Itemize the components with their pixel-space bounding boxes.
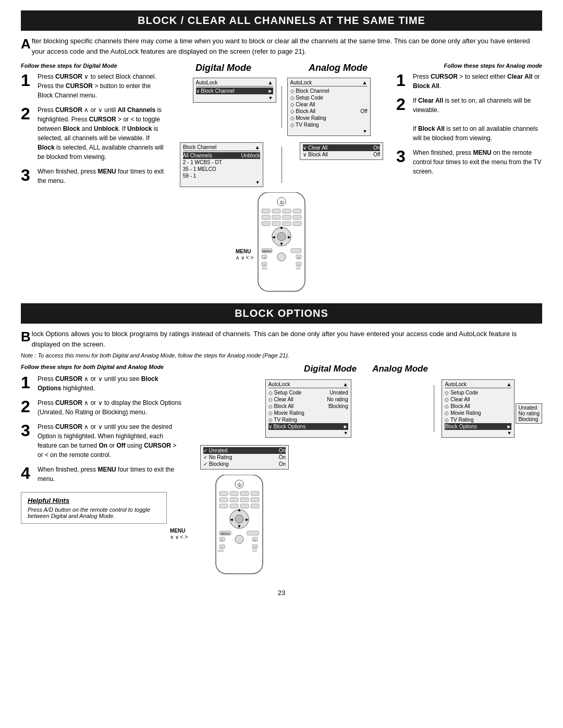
svg-text:VOL: VOL bbox=[218, 549, 225, 552]
digital-step-3: 3 When finished, press MENU four times t… bbox=[21, 167, 167, 186]
svg-rect-40 bbox=[240, 491, 249, 496]
analog-step-2: 2 If Clear All is set to on, all channel… bbox=[396, 96, 542, 143]
svg-text:►: ► bbox=[287, 235, 292, 240]
analog-screen1: AutoLock▲ ◇ Block Channel ◇ Setup Code ◇… bbox=[287, 78, 371, 136]
analog-step-num-1: 1 bbox=[396, 72, 409, 89]
svg-rect-23 bbox=[291, 249, 301, 253]
svg-rect-49 bbox=[251, 504, 259, 508]
remote-control-area: MENU ∧ ∨ < > ⏻ bbox=[235, 192, 328, 298]
block-options-step-3: 3 Press CURSOR ∧ or ∨ until you see the … bbox=[21, 422, 182, 460]
section1-header: BLOCK / CLEAR ALL CHANNELS AT THE SAME T… bbox=[21, 10, 542, 31]
svg-rect-45 bbox=[251, 498, 259, 502]
svg-rect-9 bbox=[283, 215, 291, 219]
svg-rect-58 bbox=[247, 531, 259, 535]
bo-options-screen: ✓ UnratedOn ✓ No RatingOn ✓ BlockingOn bbox=[200, 443, 289, 472]
cursor-nav-top: ∧ ∨ < > bbox=[236, 255, 253, 261]
remote-svg: ⏻ ▲ ▼ ◄ bbox=[235, 192, 328, 297]
digital-screen1: AutoLock▲ ∨ Block Channel► ▼ bbox=[193, 78, 276, 103]
svg-point-26 bbox=[277, 253, 286, 261]
svg-text:+: + bbox=[263, 256, 265, 259]
svg-rect-6 bbox=[293, 209, 301, 213]
step-num-1: 1 bbox=[21, 72, 33, 89]
analog-step-text-2: If Clear All is set to on, all channels … bbox=[413, 96, 542, 143]
svg-rect-46 bbox=[219, 504, 228, 508]
svg-rect-3 bbox=[262, 209, 270, 213]
analog-step-text-1: Press CURSOR > to select either Clear Al… bbox=[413, 72, 542, 91]
analog-mode-col: Follow these steps for Analog mode 1 Pre… bbox=[396, 63, 542, 298]
svg-rect-7 bbox=[262, 215, 270, 219]
bo-step-text-3: Press CURSOR ∧ or ∨ until you see the de… bbox=[38, 422, 182, 460]
svg-rect-43 bbox=[230, 498, 238, 502]
svg-rect-5 bbox=[283, 209, 291, 213]
cursor-nav-bottom: ∧ ∨ < > bbox=[170, 534, 188, 540]
bo-step-text-4: When finished, press MENU four times to … bbox=[38, 465, 182, 484]
step-text-2: Press CURSOR ∧ or ∨ until All Channels i… bbox=[38, 105, 167, 162]
section2-intro-text: lock Options allows you to block program… bbox=[32, 330, 517, 348]
bo-step-text-2: Press CURSOR ∧ or ∨ to display the Block… bbox=[38, 398, 182, 417]
svg-text:◄: ◄ bbox=[229, 517, 234, 522]
bo-step-num-4: 4 bbox=[21, 465, 33, 482]
follow-both-label: Follow these steps for both Digital and … bbox=[21, 364, 182, 370]
svg-text:−: − bbox=[298, 263, 300, 266]
step-num-3: 3 bbox=[21, 167, 33, 183]
section2-header: BLOCK OPTIONS bbox=[21, 303, 542, 324]
analog-step-3: 3 When finished, press MENU on the remot… bbox=[396, 148, 542, 176]
page-number: 23 bbox=[21, 589, 542, 597]
svg-text:►: ► bbox=[245, 517, 250, 522]
svg-text:⏻: ⏻ bbox=[279, 200, 284, 205]
svg-text:+: + bbox=[298, 256, 300, 259]
svg-text:MENU: MENU bbox=[262, 250, 272, 253]
svg-rect-42 bbox=[219, 498, 228, 502]
digital-step-2: 2 Press CURSOR ∧ or ∨ until All Channels… bbox=[21, 105, 167, 162]
bottom-steps-col: Follow these steps for both Digital and … bbox=[21, 364, 182, 581]
analog-step-text-3: When finished, press MENU on the remote … bbox=[413, 148, 542, 176]
center-screens-col: Digital Mode Analog Mode AutoLock▲ ∨ Blo… bbox=[167, 63, 396, 298]
bottom-layout: Follow these steps for both Digital and … bbox=[21, 364, 542, 581]
svg-text:▼: ▼ bbox=[237, 524, 242, 529]
svg-rect-14 bbox=[293, 221, 301, 226]
svg-text:⏻: ⏻ bbox=[237, 483, 242, 487]
drop-cap-b: B bbox=[21, 330, 31, 343]
svg-text:+: + bbox=[221, 538, 223, 541]
svg-point-16 bbox=[277, 232, 286, 241]
svg-text:−: − bbox=[254, 546, 256, 549]
bo-step-num-2: 2 bbox=[21, 398, 33, 415]
digital-step-1: 1 Press CURSOR ∨ to select Block channel… bbox=[21, 72, 167, 100]
digital-screen2: Block Channel▲ All ChannelsUnblock 2 - 1… bbox=[180, 142, 263, 187]
svg-text:▲: ▲ bbox=[237, 507, 242, 512]
block-options-step-1: 1 Press CURSOR ∧ or ∨ until you see Bloc… bbox=[21, 374, 182, 393]
svg-rect-11 bbox=[262, 221, 270, 226]
block-options-step-2: 2 Press CURSOR ∧ or ∨ to display the Blo… bbox=[21, 398, 182, 417]
bo-step-num-1: 1 bbox=[21, 374, 33, 391]
drop-cap-a: A bbox=[21, 37, 31, 51]
svg-rect-38 bbox=[219, 491, 228, 496]
step-num-2: 2 bbox=[21, 105, 33, 122]
bottom-right-col: Digital Mode Analog Mode AutoLock▲ ◇ Set… bbox=[190, 364, 542, 581]
svg-rect-44 bbox=[240, 498, 249, 502]
bo-analog-screen: AutoLock▲ ◇ Setup Code ◇ Clear All ◇ Blo… bbox=[442, 379, 515, 438]
section2-intro: B lock Options allows you to block progr… bbox=[21, 329, 542, 349]
bo-digital-screen: AutoLock▲ ◇ Setup CodeUnrated ◇ Clear Al… bbox=[265, 379, 351, 438]
svg-text:MENU: MENU bbox=[221, 532, 230, 535]
svg-rect-39 bbox=[230, 491, 238, 496]
svg-text:−: − bbox=[221, 546, 223, 549]
analog-mode-title: Analog Mode bbox=[309, 63, 368, 73]
svg-text:◄: ◄ bbox=[272, 235, 276, 240]
svg-text:−: − bbox=[263, 263, 265, 266]
bo-analog-title: Analog Mode bbox=[372, 364, 428, 374]
svg-point-51 bbox=[235, 515, 243, 523]
menu-label-top: MENU bbox=[236, 249, 251, 254]
analog-screen2: ∨ Clear AllOn ∨ Block AllOff bbox=[300, 142, 383, 160]
svg-text:+: + bbox=[254, 538, 256, 541]
analog-step-num-3: 3 bbox=[396, 148, 409, 165]
svg-text:▼: ▼ bbox=[279, 241, 284, 246]
step-text-1: Press CURSOR ∨ to select Block channel. … bbox=[38, 72, 167, 100]
block-options-step-4: 4 When finished, press MENU four times t… bbox=[21, 465, 182, 484]
analog-step-1: 1 Press CURSOR > to select either Clear … bbox=[396, 72, 542, 91]
analog-step-num-2: 2 bbox=[396, 96, 409, 113]
step-text-3: When finished, press MENU four times to … bbox=[38, 167, 167, 186]
section1-intro-text: fter blocking specific channels there ma… bbox=[32, 37, 530, 55]
section2-note: Note : To access this menu for both Digi… bbox=[21, 352, 542, 359]
svg-rect-8 bbox=[272, 215, 280, 219]
svg-rect-41 bbox=[251, 491, 259, 496]
